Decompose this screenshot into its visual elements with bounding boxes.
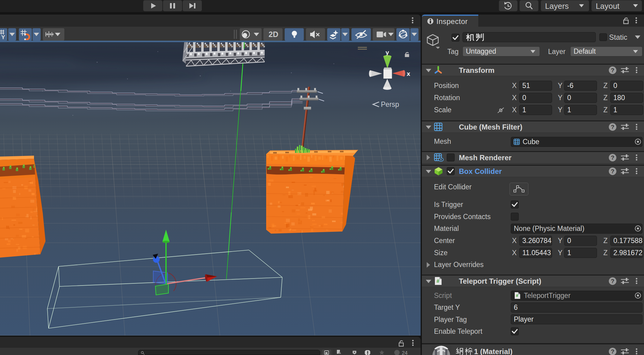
svg-text:y: y xyxy=(385,49,389,56)
svg-text:#: # xyxy=(436,278,439,284)
svg-text:x: x xyxy=(407,70,410,77)
svg-text:Y: Y xyxy=(1,34,5,40)
svg-text:#: # xyxy=(516,293,518,298)
svg-text:Persp: Persp xyxy=(381,100,399,108)
svg-text:24: 24 xyxy=(402,350,408,355)
